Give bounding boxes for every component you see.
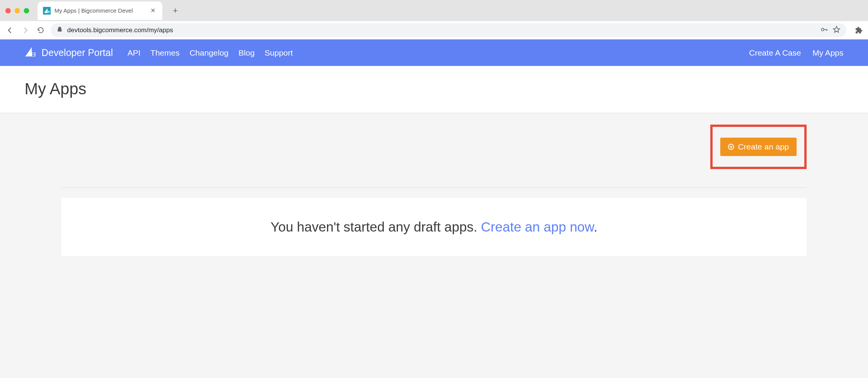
content-area: + Create an app You haven't started any … — [0, 113, 868, 279]
nav-changelog[interactable]: Changelog — [190, 48, 229, 58]
site-header: Developer Portal API Themes Changelog Bl… — [0, 39, 868, 66]
back-button[interactable] — [5, 25, 15, 36]
key-icon[interactable] — [820, 26, 828, 35]
reload-button[interactable] — [35, 25, 46, 36]
window-close-button[interactable] — [5, 8, 11, 13]
tab-bar: B My Apps | Bigcommerce Devel ✕ + — [0, 0, 868, 21]
nav-blog[interactable]: Blog — [239, 48, 255, 58]
nav-themes[interactable]: Themes — [150, 48, 180, 58]
create-button-label: Create an app — [738, 142, 789, 151]
page-header: My Apps — [0, 66, 868, 113]
svg-rect-2 — [32, 53, 35, 54]
nav-api[interactable]: API — [127, 48, 140, 58]
browser-chrome: B My Apps | Bigcommerce Devel ✕ + devtoo… — [0, 0, 868, 39]
create-app-link[interactable]: Create an app now — [481, 219, 594, 234]
browser-toolbar: devtools.bigcommerce.com/my/apps — [0, 21, 868, 39]
forward-button[interactable] — [20, 25, 31, 36]
tab-favicon-icon: B — [43, 7, 51, 15]
action-row: + Create an app — [61, 125, 807, 174]
extensions-icon[interactable] — [854, 26, 863, 35]
tab-title: My Apps | Bigcommerce Devel — [54, 7, 145, 14]
empty-state-card: You haven't started any draft apps. Crea… — [61, 198, 807, 256]
logo-text: Developer Portal — [41, 47, 113, 58]
new-tab-button[interactable]: + — [170, 5, 181, 16]
window-controls — [5, 8, 29, 13]
primary-nav: API Themes Changelog Blog Support — [127, 48, 293, 58]
page-title: My Apps — [25, 80, 843, 98]
plus-circle-icon: + — [728, 144, 734, 150]
tab-close-icon[interactable]: ✕ — [149, 6, 157, 15]
logo-icon — [25, 46, 36, 59]
window-minimize-button[interactable] — [15, 8, 20, 13]
browser-tab[interactable]: B My Apps | Bigcommerce Devel ✕ — [38, 2, 162, 20]
window-maximize-button[interactable] — [24, 8, 29, 13]
star-icon[interactable] — [833, 26, 840, 35]
divider — [61, 187, 807, 188]
url-text: devtools.bigcommerce.com/my/apps — [67, 26, 816, 34]
address-bar[interactable]: devtools.bigcommerce.com/my/apps — [51, 23, 847, 37]
svg-text:B: B — [48, 10, 49, 13]
svg-point-1 — [822, 28, 824, 31]
lock-icon — [57, 26, 63, 34]
nav-support[interactable]: Support — [265, 48, 293, 58]
nav-create-case[interactable]: Create A Case — [749, 48, 801, 58]
empty-state-suffix: . — [594, 219, 597, 234]
empty-state-text: You haven't started any draft apps. — [271, 219, 481, 234]
logo[interactable]: Developer Portal — [25, 46, 113, 59]
nav-my-apps[interactable]: My Apps — [812, 48, 843, 58]
secondary-nav: Create A Case My Apps — [749, 48, 843, 58]
create-app-button[interactable]: + Create an app — [720, 138, 797, 156]
svg-rect-3 — [32, 54, 35, 56]
highlight-annotation: + Create an app — [710, 125, 807, 169]
